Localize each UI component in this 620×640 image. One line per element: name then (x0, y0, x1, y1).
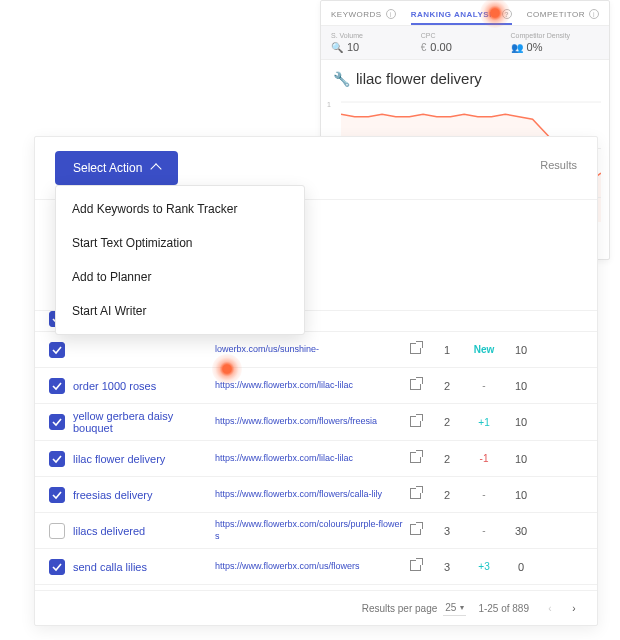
col-position: 2 (430, 453, 464, 465)
ytick: 1 (327, 101, 331, 108)
action-row: Select Action Results Add Keywords to Ra… (35, 137, 597, 200)
metric-label: S. Volume (331, 32, 363, 39)
row-checkbox[interactable] (49, 487, 65, 503)
dropdown-item-add-rank-tracker[interactable]: Add Keywords to Rank Tracker (56, 192, 304, 226)
results-per-page: Results per page 25 ▾ (362, 600, 467, 616)
external-link-icon[interactable] (410, 343, 430, 356)
url-link[interactable]: https://www.flowerbx.com/us/flowers (215, 561, 410, 573)
col-volume: 10 (504, 453, 538, 465)
row-checkbox[interactable] (49, 378, 65, 394)
keyword-link[interactable]: lilac flower delivery (65, 453, 215, 465)
external-link-icon[interactable] (410, 524, 430, 537)
keyword-link[interactable]: lilacs delivered (65, 525, 215, 537)
col-volume: 0 (504, 561, 538, 573)
pagination: ‹ › (541, 599, 583, 617)
metric-value: 10 (347, 41, 359, 53)
tab-competitor[interactable]: COMPETITOR i (527, 9, 599, 19)
url-link[interactable]: https://www.flowerbx.com/lilac-lilac (215, 453, 410, 465)
rpp-select[interactable]: 25 ▾ (443, 600, 466, 616)
metric-search-volume: S. Volume 🔍10 (331, 32, 419, 53)
col-position: 2 (430, 416, 464, 428)
search-icon: 🔍 (331, 42, 343, 53)
button-label: Select Action (73, 161, 142, 175)
col-change: -1 (464, 453, 504, 464)
tab-label: RANKING ANALYSIS (411, 10, 498, 19)
url-link[interactable]: https://www.flowerbx.com/colours/purple-… (215, 519, 410, 542)
keyword-link[interactable]: yellow gerbera daisy bouquet (65, 410, 215, 434)
chart-title-row: 🔧 lilac flower delivery (321, 60, 609, 97)
external-link-icon[interactable] (410, 379, 430, 392)
external-link-icon[interactable] (410, 452, 430, 465)
url-link[interactable]: https://www.flowerbx.com/lilac-lilac (215, 380, 410, 392)
prev-page-button[interactable]: ‹ (541, 599, 559, 617)
col-change: +3 (464, 561, 504, 572)
rpp-label: Results per page (362, 603, 438, 614)
col-change: +1 (464, 417, 504, 428)
table-footer: Results per page 25 ▾ 1-25 of 889 ‹ › (35, 590, 597, 625)
external-link-icon[interactable] (410, 560, 430, 573)
url-link[interactable]: lowerbx.com/us/sunshine- (215, 344, 410, 356)
metrics-row: S. Volume 🔍10 CPC €0.00 Competitor Densi… (321, 26, 609, 60)
col-volume: 30 (504, 525, 538, 537)
keyword-link[interactable]: order 1000 roses (65, 380, 215, 392)
metric-label: Competitor Density (511, 32, 571, 39)
col-change: New (464, 344, 504, 355)
table-row: order 1000 roseshttps://www.flowerbx.com… (35, 367, 597, 403)
info-icon: ? (502, 9, 512, 19)
dropdown-item-add-planner[interactable]: Add to Planner (56, 260, 304, 294)
col-position: 3 (430, 525, 464, 537)
row-checkbox[interactable] (49, 414, 65, 430)
col-volume: 10 (504, 489, 538, 501)
page-range: 1-25 of 889 (478, 603, 529, 614)
row-checkbox[interactable] (49, 451, 65, 467)
table-body: owerbx.colowerbx.com/us/sunshine-1New10o… (35, 310, 597, 590)
metric-cpc: CPC €0.00 (421, 32, 509, 53)
action-dropdown: Add Keywords to Rank Tracker Start Text … (55, 185, 305, 335)
metric-value: 0% (527, 41, 543, 53)
metric-value: 0.00 (430, 41, 451, 53)
tab-keywords[interactable]: KEYWORDS i (331, 9, 396, 19)
panel-tabs: KEYWORDS i RANKING ANALYSIS ? COMPETITOR… (321, 1, 609, 26)
url-link[interactable]: https://www.flowerbx.com/flowers/freesia (215, 416, 410, 428)
table-row: lowerbx.com/us/sunshine-1New10 (35, 331, 597, 367)
url-link[interactable]: https://www.flowerbx.com/flowers/calla-l… (215, 489, 410, 501)
people-icon: 👥 (511, 42, 523, 53)
col-volume: 10 (504, 380, 538, 392)
tab-label: COMPETITOR (527, 10, 585, 19)
table-row: lilac flower deliveryhttps://www.flowerb… (35, 440, 597, 476)
table-row: send calla lilieshttps://www.flowerbx.co… (35, 548, 597, 584)
table-row: yellow gerbera daisy bouquethttps://www.… (35, 403, 597, 440)
external-link-icon[interactable] (410, 416, 430, 429)
col-position: 3 (430, 561, 464, 573)
row-checkbox[interactable] (49, 559, 65, 575)
tab-ranking-analysis[interactable]: RANKING ANALYSIS ? (411, 9, 512, 25)
info-icon: i (386, 9, 396, 19)
col-volume: 10 (504, 416, 538, 428)
info-icon: i (589, 9, 599, 19)
row-checkbox[interactable] (49, 523, 65, 539)
col-change: - (464, 380, 504, 391)
col-position: 1 (430, 344, 464, 356)
metric-competitor-density: Competitor Density 👥0% (511, 32, 599, 53)
keyword-link[interactable]: freesias delivery (65, 489, 215, 501)
select-action-button[interactable]: Select Action (55, 151, 178, 185)
dropdown-item-start-text-opt[interactable]: Start Text Optimization (56, 226, 304, 260)
chevron-up-icon (151, 163, 162, 174)
results-label: Results (540, 159, 577, 171)
dropdown-item-start-ai-writer[interactable]: Start AI Writer (56, 294, 304, 328)
metric-label: CPC (421, 32, 436, 39)
col-volume: 10 (504, 344, 538, 356)
col-position: 2 (430, 380, 464, 392)
tab-label: KEYWORDS (331, 10, 382, 19)
col-change: - (464, 489, 504, 500)
table-row: freesias deliveryhttps://www.flowerbx.co… (35, 476, 597, 512)
chevron-down-icon: ▾ (460, 603, 464, 612)
external-link-icon[interactable] (410, 488, 430, 501)
table-row: lilacs deliveredhttps://www.flowerbx.com… (35, 512, 597, 548)
row-checkbox[interactable] (49, 342, 65, 358)
col-position: 2 (430, 489, 464, 501)
keyword-link[interactable]: send calla lilies (65, 561, 215, 573)
wrench-icon: 🔧 (333, 71, 350, 87)
keywords-table-panel: Select Action Results Add Keywords to Ra… (34, 136, 598, 626)
next-page-button[interactable]: › (565, 599, 583, 617)
